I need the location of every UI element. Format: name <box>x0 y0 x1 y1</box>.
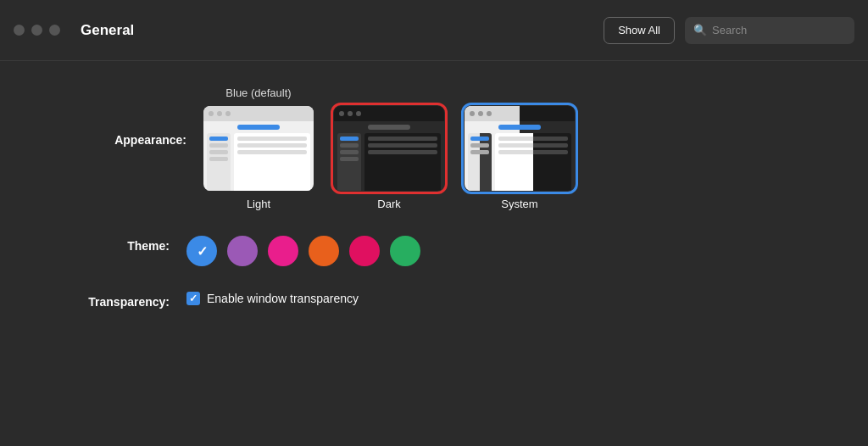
light-sidebar-item-1 <box>209 137 228 141</box>
system-sidebar-item-3 <box>470 150 489 154</box>
system-row-3 <box>498 150 568 154</box>
theme-content <box>186 236 817 266</box>
traffic-lights <box>14 25 60 36</box>
light-dot-1 <box>209 111 214 116</box>
search-box: 🔍 <box>685 17 854 44</box>
dark-row-2 <box>368 143 437 148</box>
system-titlebar <box>465 106 575 121</box>
light-dot-2 <box>217 111 222 116</box>
system-label: System <box>501 198 537 210</box>
show-all-button[interactable]: Show All <box>604 17 675 44</box>
light-sidebar-item-3 <box>209 150 228 154</box>
above-labels-row: Blue (default) <box>203 86 575 210</box>
dark-dot-1 <box>339 111 344 116</box>
dark-label: Dark <box>377 198 400 210</box>
transparency-row: Enable window transparency <box>186 292 817 305</box>
main-content: Appearance: Blue (default) <box>0 61 868 360</box>
dark-dot-3 <box>356 111 361 116</box>
light-col: Blue (default) <box>203 86 314 210</box>
titlebar-actions: Show All 🔍 <box>604 17 854 44</box>
appearance-options-container: Blue (default) <box>203 86 575 210</box>
dark-sidebar-item-3 <box>340 150 359 154</box>
system-col: x <box>465 86 575 210</box>
system-sidebar <box>468 133 492 191</box>
appearance-section: Appearance: Blue (default) <box>51 86 817 210</box>
maximize-button[interactable] <box>49 25 60 36</box>
appearance-option-system[interactable]: System <box>465 106 575 210</box>
appearance-label: Appearance: <box>51 86 203 147</box>
transparency-checkbox-label: Enable window transparency <box>207 292 359 305</box>
dark-main <box>364 133 441 191</box>
light-row-1 <box>237 137 307 141</box>
theme-dot-pink[interactable] <box>268 236 298 266</box>
transparency-section: Transparency: Enable window transparency <box>51 292 817 309</box>
appearance-option-light[interactable]: Light <box>203 106 314 210</box>
dark-sidebar-item-2 <box>340 143 359 148</box>
close-button[interactable] <box>14 25 25 36</box>
dark-thumb <box>334 106 444 191</box>
dark-body <box>334 130 444 191</box>
theme-dot-orange[interactable] <box>309 236 339 266</box>
theme-dots <box>186 236 817 266</box>
light-row-2 <box>237 143 307 148</box>
transparency-label: Transparency: <box>51 292 186 309</box>
blue-default-label: Blue (default) <box>203 86 314 99</box>
light-main <box>234 133 310 191</box>
transparency-content: Enable window transparency <box>186 292 817 305</box>
system-sidebar-item-1 <box>470 137 489 141</box>
system-main <box>495 133 571 191</box>
light-row-3 <box>237 150 307 154</box>
dark-sidebar <box>337 133 361 191</box>
system-body <box>465 130 575 191</box>
light-titlebar <box>203 106 314 121</box>
light-thumb <box>203 106 314 191</box>
theme-dot-red[interactable] <box>349 236 380 266</box>
titlebar: General Show All 🔍 <box>0 0 868 61</box>
dark-dot-2 <box>348 111 353 116</box>
system-row-2 <box>498 143 568 148</box>
search-icon: 🔍 <box>693 24 707 36</box>
theme-dot-green[interactable] <box>390 236 420 266</box>
dark-row-1 <box>368 137 437 141</box>
window-title: General <box>81 22 604 39</box>
dark-col: x <box>334 86 444 210</box>
transparency-checkbox[interactable] <box>186 292 200 305</box>
light-dot-3 <box>225 111 231 116</box>
system-row-1 <box>498 137 568 141</box>
theme-label: Theme: <box>51 236 186 253</box>
system-dot-1 <box>470 111 475 116</box>
theme-section: Theme: <box>51 236 817 266</box>
light-sidebar-item-2 <box>209 143 228 148</box>
light-body <box>203 130 314 191</box>
light-sidebar <box>207 133 231 191</box>
theme-dot-purple[interactable] <box>227 236 258 266</box>
appearance-option-dark[interactable]: Dark <box>334 106 444 210</box>
theme-dot-blue[interactable] <box>186 236 217 266</box>
search-input[interactable] <box>712 24 846 36</box>
system-thumb <box>465 106 575 191</box>
system-dot-3 <box>487 111 492 116</box>
light-label: Light <box>247 198 270 210</box>
dark-sidebar-item-1 <box>340 137 359 141</box>
system-sidebar-item-2 <box>470 143 489 148</box>
minimize-button[interactable] <box>31 25 42 36</box>
light-sidebar-item-4 <box>209 157 228 161</box>
dark-titlebar <box>334 106 444 121</box>
system-dot-2 <box>478 111 483 116</box>
dark-sidebar-item-4 <box>340 157 359 161</box>
dark-row-3 <box>368 150 437 154</box>
